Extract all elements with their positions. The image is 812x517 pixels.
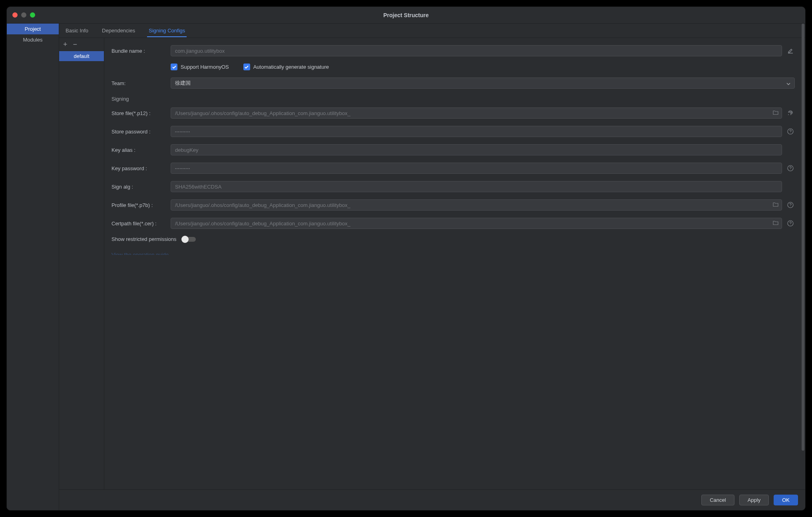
config-list-toolbar: + − bbox=[59, 38, 104, 51]
window-title: Project Structure bbox=[7, 12, 541, 18]
sign-alg-input[interactable]: SHA256withECDSA bbox=[171, 181, 541, 192]
certpath-file-input[interactable]: /Users/jianguo/.ohos/config/auto_debug_A… bbox=[171, 218, 541, 229]
store-file-label: Store file(*.p12) : bbox=[111, 110, 171, 116]
close-window-icon[interactable] bbox=[12, 12, 18, 18]
checkbox-checked-icon bbox=[171, 64, 177, 70]
signing-form: Bundle name : com.jianguo.utilitybox bbox=[104, 38, 541, 344]
main: Basic Info Dependencies Signing Configs … bbox=[59, 24, 541, 344]
row-team: Team: 徐建国 bbox=[111, 78, 541, 89]
project-structure-window: Project Structure Project Modules Basic … bbox=[6, 6, 541, 344]
row-checkboxes: Support HarmonyOS Automatically generate… bbox=[111, 64, 541, 70]
operation-guide-link[interactable]: View the operation guide bbox=[111, 252, 169, 255]
tab-dependencies[interactable]: Dependencies bbox=[100, 24, 137, 37]
auto-generate-label: Automatically generate signature bbox=[253, 64, 329, 70]
body: Project Modules Basic Info Dependencies … bbox=[7, 24, 541, 344]
bundle-name-input[interactable]: com.jianguo.utilitybox bbox=[171, 45, 541, 56]
sidebar-item-project[interactable]: Project bbox=[7, 24, 59, 34]
restricted-toggle[interactable] bbox=[182, 237, 196, 242]
config-item-default[interactable]: default bbox=[59, 51, 104, 61]
row-bundle-name: Bundle name : com.jianguo.utilitybox bbox=[111, 45, 541, 56]
checkbox-checked-icon bbox=[243, 64, 250, 70]
remove-config-icon[interactable]: − bbox=[73, 40, 78, 49]
row-certpath-file: Certpath file(*.cer) : /Users/jianguo/.o… bbox=[111, 218, 541, 229]
row-store-password: Store password : •••••••••• bbox=[111, 126, 541, 137]
add-config-icon[interactable]: + bbox=[63, 40, 68, 49]
tabs: Basic Info Dependencies Signing Configs bbox=[59, 24, 541, 38]
team-label: Team: bbox=[111, 80, 171, 86]
titlebar: Project Structure bbox=[7, 7, 541, 24]
store-password-label: Store password : bbox=[111, 129, 171, 135]
key-password-label: Key password : bbox=[111, 165, 171, 171]
key-alias-input[interactable]: debugKey bbox=[171, 144, 541, 155]
row-profile-file: Profile file(*.p7b) : /Users/jianguo/.oh… bbox=[111, 199, 541, 211]
support-harmonyos-label: Support HarmonyOS bbox=[181, 64, 229, 70]
row-key-password: Key password : •••••••••• bbox=[111, 163, 541, 174]
bundle-name-label: Bundle name : bbox=[111, 48, 171, 54]
profile-file-input[interactable]: /Users/jianguo/.ohos/config/auto_debug_A… bbox=[171, 199, 541, 211]
row-store-file: Store file(*.p12) : /Users/jianguo/.ohos… bbox=[111, 107, 541, 119]
auto-generate-checkbox[interactable]: Automatically generate signature bbox=[243, 64, 329, 70]
tab-basic-info[interactable]: Basic Info bbox=[64, 24, 90, 37]
restricted-label: Show restricted permissions bbox=[111, 236, 177, 242]
team-value: 徐建国 bbox=[175, 80, 191, 87]
row-sign-alg: Sign alg : SHA256withECDSA bbox=[111, 181, 541, 192]
team-select[interactable]: 徐建国 bbox=[171, 78, 541, 89]
tab-signing-configs[interactable]: Signing Configs bbox=[147, 24, 187, 37]
row-key-alias: Key alias : debugKey bbox=[111, 144, 541, 155]
row-restricted: Show restricted permissions bbox=[111, 236, 541, 242]
config-list-column: + − default bbox=[59, 38, 104, 344]
certpath-file-label: Certpath file(*.cer) : bbox=[111, 221, 171, 227]
support-harmonyos-checkbox[interactable]: Support HarmonyOS bbox=[171, 64, 229, 70]
store-password-input[interactable]: •••••••••• bbox=[171, 126, 541, 137]
content: + − default Bundle name : com.jianguo.ut… bbox=[59, 38, 541, 344]
maximize-window-icon[interactable] bbox=[30, 12, 35, 18]
minimize-window-icon[interactable] bbox=[21, 12, 26, 18]
store-file-input[interactable]: /Users/jianguo/.ohos/config/auto_debug_A… bbox=[171, 107, 541, 119]
window-controls bbox=[12, 12, 35, 18]
profile-file-label: Profile file(*.p7b) : bbox=[111, 202, 171, 208]
sidebar: Project Modules bbox=[7, 24, 59, 344]
sign-alg-label: Sign alg : bbox=[111, 184, 171, 190]
key-alias-label: Key alias : bbox=[111, 147, 171, 153]
sidebar-item-modules[interactable]: Modules bbox=[7, 34, 59, 45]
signing-section-label: Signing bbox=[111, 96, 541, 102]
key-password-input[interactable]: •••••••••• bbox=[171, 163, 541, 174]
